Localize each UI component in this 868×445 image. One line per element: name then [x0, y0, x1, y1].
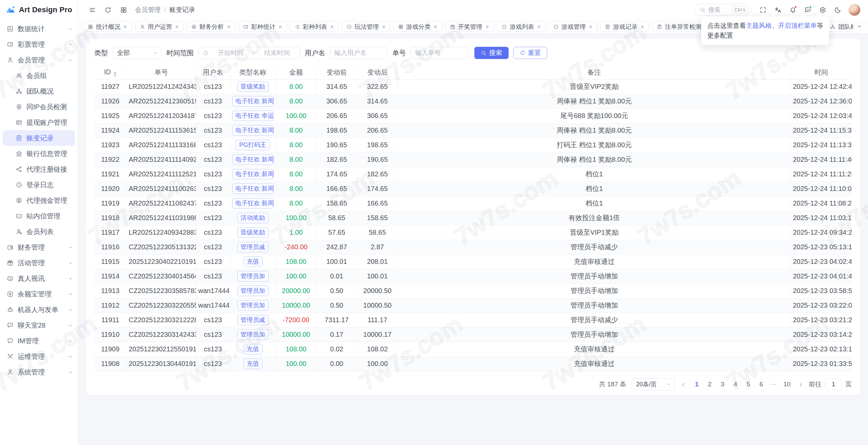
prev-page-chevron-icon[interactable]: ‹ [680, 380, 686, 388]
settings-gear-icon[interactable] [816, 3, 829, 17]
sidebar-item-机器人与发单[interactable]: 机器人与发单 [0, 302, 78, 317]
tab-close-icon[interactable]: × [589, 24, 593, 30]
dark-mode-moon-icon[interactable] [831, 3, 844, 17]
sidebar-item-会员列表[interactable]: 会员列表 [0, 224, 78, 239]
menu-collapse-icon[interactable] [85, 3, 99, 17]
order-input[interactable] [415, 49, 464, 57]
language-icon[interactable] [771, 3, 785, 17]
reset-button[interactable]: 重置 [513, 47, 547, 59]
sidebar-item-会员组[interactable]: 会员组 [0, 68, 78, 83]
tabs-dropdown-chevron-icon[interactable] [856, 23, 863, 31]
tab-开奖管理[interactable]: 开奖管理× [446, 22, 494, 32]
cell-after: 100.00 [357, 356, 398, 371]
cell-time: 2025-12-23 01:33:50 [791, 356, 852, 371]
sidebar-item-会员管理[interactable]: 会员管理 [0, 52, 78, 68]
tab-close-icon[interactable]: × [175, 24, 179, 30]
column-header-ID[interactable]: ID [94, 66, 126, 79]
fullscreen-icon[interactable] [756, 3, 770, 17]
tab-财务分析[interactable]: 财务分析× [187, 22, 235, 32]
type-tag: 充值 [243, 359, 262, 369]
sort-icon[interactable] [113, 72, 117, 77]
sidebar-item-数据统计[interactable]: 数据统计 [0, 21, 78, 37]
tab-游戏记录[interactable]: 游戏记录× [600, 22, 649, 32]
doc-icon [16, 135, 22, 141]
grid-icon [398, 24, 403, 30]
tab-close-icon[interactable]: × [433, 24, 438, 30]
sidebar-item-同IP会员检测[interactable]: 同IP会员检测 [0, 99, 78, 115]
sidebar-item-站内信管理[interactable]: 站内信管理 [0, 208, 78, 224]
tab-label: 统计概况 [96, 23, 120, 31]
more-pages-icon[interactable]: ⋯ [769, 379, 780, 390]
user-avatar[interactable] [848, 4, 861, 16]
tab-用户运营[interactable]: 用户运营× [135, 22, 184, 32]
apps-grid-icon[interactable] [117, 3, 130, 17]
table-row: 11924AR202512241115361517cs123电子狂欢 新周俸禄8… [94, 123, 852, 138]
cell-after: 198.65 [357, 138, 398, 152]
doc-icon [605, 24, 610, 30]
cell-after: 322.65 [357, 79, 398, 94]
page-number-10[interactable]: 10 [782, 379, 792, 390]
tab-统计概况[interactable]: 统计概况× [83, 22, 132, 32]
page-number-5[interactable]: 5 [743, 379, 754, 390]
tab-close-icon[interactable]: × [330, 24, 334, 30]
page-number-3[interactable]: 3 [717, 379, 728, 390]
topbar-menu-link[interactable]: 开启顶栏菜单 [778, 22, 817, 29]
sidebar-item-真人视讯[interactable]: 真人视讯 [0, 271, 78, 286]
type-select[interactable]: 全部 [113, 47, 162, 59]
sidebar-item-银行信息管理[interactable]: 银行信息管理 [0, 146, 78, 161]
tab-close-icon[interactable]: × [278, 24, 283, 30]
sidebar-item-提现账户管理[interactable]: 提现账户管理 [0, 115, 78, 130]
sidebar-item-运维管理[interactable]: 运维管理 [0, 349, 78, 364]
sidebar-item-活动管理[interactable]: 活动管理 [0, 255, 78, 271]
search-button[interactable]: 搜索 [474, 47, 509, 59]
sidebar-item-label: 活动管理 [18, 258, 45, 268]
sidebar-item-IM管理[interactable]: IM管理 [0, 333, 78, 349]
global-search-input[interactable]: 搜索 Ctrl k [694, 4, 751, 16]
tab-close-icon[interactable]: × [640, 24, 645, 30]
theme-style-link[interactable]: 主题风格 [746, 22, 772, 29]
tab-游戏管理[interactable]: 游戏管理× [549, 22, 597, 32]
date-range-picker[interactable]: 开始时间 - 结束时间 [198, 47, 300, 59]
cell-id: 11914 [94, 269, 126, 284]
sidebar-item-代理佣金管理[interactable]: 代理佣金管理 [0, 193, 78, 208]
sidebar-item-彩票管理[interactable]: 彩票管理 [0, 37, 78, 52]
page-number-1[interactable]: 1 [691, 379, 702, 390]
page-size-select[interactable]: 20条/页 [632, 378, 675, 390]
tab-游戏分类[interactable]: 游戏分类× [394, 22, 442, 32]
cell-amount: 108.00 [276, 342, 316, 356]
tab-团队概况[interactable]: 团队概况× [826, 22, 853, 32]
page-number-6[interactable]: 6 [756, 379, 767, 390]
username-input[interactable] [334, 49, 383, 57]
tab-close-icon[interactable]: × [382, 24, 386, 30]
tab-彩种统计[interactable]: 彩种统计× [239, 22, 287, 32]
breadcrumb: 会员管理 / 账变记录 [135, 5, 195, 14]
next-page-chevron-icon[interactable]: › [798, 380, 803, 388]
sidebar-item-团队概况[interactable]: 团队概况 [0, 83, 78, 99]
tab-游戏列表[interactable]: 游戏列表× [497, 22, 546, 32]
sidebar-item-财务管理[interactable]: 财务管理 [0, 239, 78, 255]
cell-order: 20251223040221019137 [126, 254, 196, 269]
page-number-4[interactable]: 4 [730, 379, 741, 390]
chat2-icon [7, 337, 14, 344]
cell-remark: 周俸禄 档位1 奖励8.00元 [398, 123, 791, 138]
sidebar-item-代理注册链接[interactable]: 代理注册链接 [0, 161, 78, 177]
tab-close-icon[interactable]: × [537, 24, 541, 30]
page-number-2[interactable]: 2 [704, 379, 715, 390]
breadcrumb-parent[interactable]: 会员管理 [135, 5, 161, 14]
tab-玩法管理[interactable]: 玩法管理× [342, 22, 391, 32]
assistant-chat-icon[interactable] [801, 3, 814, 17]
notifications-bell-icon[interactable] [786, 3, 800, 17]
goto-page-input[interactable] [825, 378, 842, 390]
tab-close-icon[interactable]: × [226, 24, 231, 30]
ticket-icon [7, 41, 14, 48]
sidebar-item-登录日志[interactable]: 登录日志 [0, 177, 78, 193]
tab-彩种列表[interactable]: 彩种列表× [290, 22, 339, 32]
sidebar-item-聊天室28[interactable]: 聊天室28 [0, 317, 78, 333]
sidebar-item-账变记录[interactable]: 账变记录 [3, 130, 75, 146]
sidebar-item-系统管理[interactable]: 系统管理 [0, 364, 78, 380]
sidebar-item-余额宝管理[interactable]: 余额宝管理 [0, 286, 78, 302]
tab-close-icon[interactable]: × [485, 24, 490, 30]
refresh-icon[interactable] [101, 3, 115, 17]
logo[interactable]: Art Design Pro [0, 0, 78, 20]
tab-close-icon[interactable]: × [123, 24, 127, 30]
